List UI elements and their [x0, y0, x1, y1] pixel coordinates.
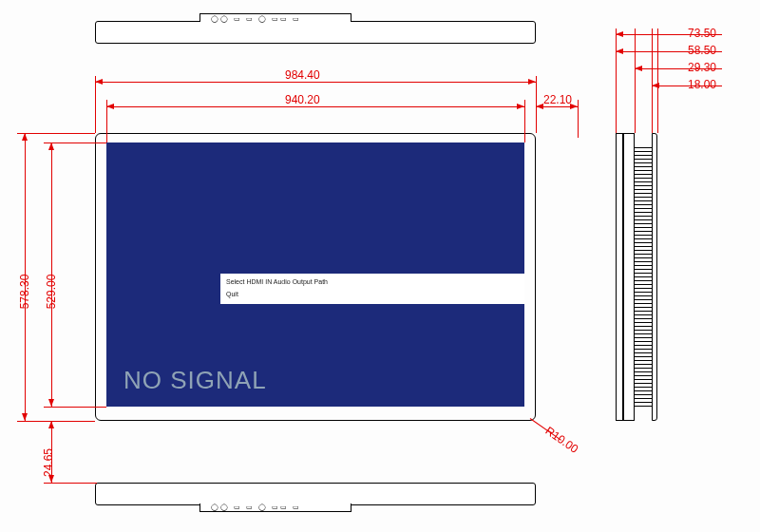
side-view-front-edge — [652, 133, 657, 421]
side-view-vent-hatch — [635, 147, 652, 407]
ext-line — [44, 407, 106, 408]
top-view-outline — [95, 21, 536, 44]
dim-inner-width: 940.20 — [285, 93, 320, 106]
ext-line — [17, 133, 95, 134]
dim-arrow — [616, 31, 623, 37]
dim-arrow — [95, 79, 103, 85]
dim-side-d2: 58.50 — [688, 44, 716, 57]
side-view-back-plate — [616, 133, 623, 421]
ext-line — [578, 100, 579, 138]
ext-line — [652, 28, 653, 133]
dim-outer-width-line — [95, 82, 536, 83]
dim-inner-height: 529.00 — [45, 275, 58, 310]
dim-arrow — [48, 399, 54, 407]
dim-outer-height: 578.30 — [18, 275, 31, 310]
dim-bottom-gap: 24.65 — [42, 448, 55, 477]
dim-side-d4: 18.00 — [688, 78, 716, 91]
osd-menu: Select HDMI IN Audio Output Path Quit — [220, 274, 524, 304]
dim-arrow — [517, 104, 524, 109]
dim-side-d1: 73.50 — [688, 27, 716, 40]
osd-menu-item-quit: Quit — [226, 289, 519, 301]
dim-bezel-right: 22.10 — [543, 93, 572, 106]
dim-outer-width: 984.40 — [285, 68, 320, 82]
ext-line — [524, 100, 525, 142]
dim-arrow — [528, 79, 536, 85]
dim-arrow — [635, 66, 642, 71]
dim-arrow — [22, 133, 28, 141]
ext-line — [17, 421, 95, 422]
ext-line — [635, 28, 636, 133]
dim-arrow — [536, 104, 543, 109]
no-signal-text: NO SIGNAL — [124, 366, 267, 395]
dim-corner-radius: R10.00 — [542, 424, 580, 456]
ext-line — [44, 483, 97, 484]
top-port-dots: ◯◯ ▭ ▭ ◯ ▭▭ ▭ — [211, 15, 301, 23]
dim-inner-width-line — [106, 106, 524, 107]
bottom-view-outline — [95, 483, 536, 505]
osd-menu-title: Select HDMI IN Audio Output Path — [226, 276, 519, 289]
dim-arrow — [22, 413, 28, 421]
dim-arrow — [48, 142, 54, 150]
side-view-mid — [623, 133, 635, 421]
ext-line — [95, 76, 96, 133]
dim-side-d3: 29.30 — [688, 61, 716, 74]
dim-arrow — [616, 48, 623, 54]
dim-arrow — [106, 104, 114, 109]
ext-line — [657, 28, 658, 133]
dim-arrow — [652, 83, 659, 88]
ext-line — [616, 28, 617, 133]
bottom-port-dots: ◯◯ ▭ ▭ ◯ ▭▭ ▭ — [211, 504, 301, 511]
dim-arrow — [48, 421, 54, 428]
